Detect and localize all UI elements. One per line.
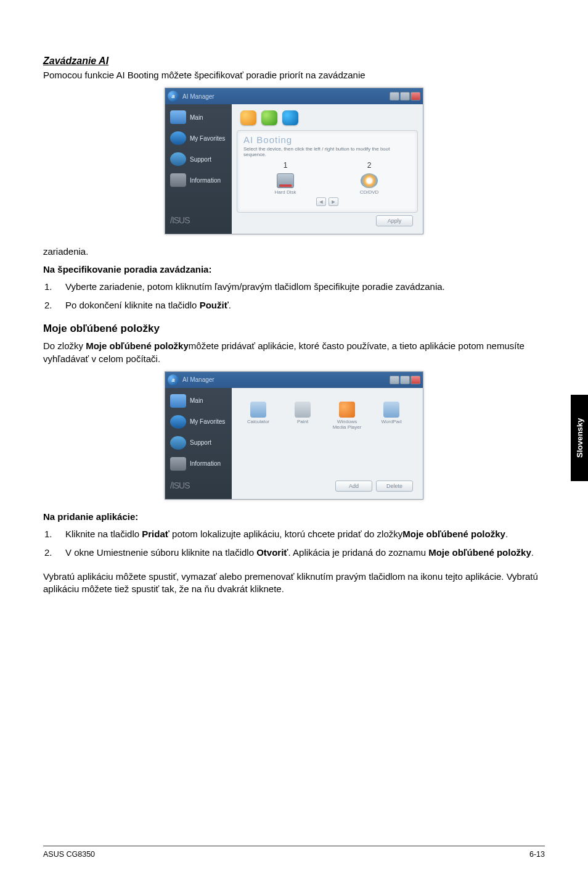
sidebar-item-information[interactable]: Information <box>165 171 232 189</box>
window-title: AI Manager <box>182 376 214 383</box>
titlebar: a AI Manager <box>165 88 423 104</box>
text-fragment: . <box>505 529 508 539</box>
text-fragment: . Aplikácia je pridaná do zoznamu <box>288 547 429 558</box>
text-fragment-bold: Otvoriť <box>256 547 288 558</box>
language-side-tab: Slovensky <box>571 395 588 481</box>
cd-dvd-icon <box>361 173 378 188</box>
text-fragment-bold: Moje obľúbené položky <box>428 547 531 558</box>
sidebar-item-label: Support <box>190 156 211 163</box>
ai-manager-window-booting: a AI Manager Main My Fav <box>165 88 423 234</box>
maximize-icon[interactable] <box>400 92 410 101</box>
tool-icon-3[interactable] <box>282 110 298 125</box>
wordpad-icon <box>383 402 399 418</box>
boot-device-1[interactable]: 1 Hard Disk <box>243 161 327 195</box>
favorites-sub-bold: Na pridanie aplikácie: <box>43 511 545 523</box>
tool-icon-1[interactable] <box>240 110 256 125</box>
information-icon <box>170 457 186 471</box>
paint-icon <box>295 402 311 418</box>
sidebar: Main My Favorites Support Information <box>165 388 232 499</box>
list-item: 2. Po dokončení kliknite na tlačidlo Pou… <box>44 299 545 311</box>
boot-device-2[interactable]: 2 CD/DVD <box>327 161 411 195</box>
favorite-app-calculator[interactable]: Calculator <box>243 402 274 424</box>
sidebar-item-support[interactable]: Support <box>165 434 232 452</box>
step-number: 1. <box>44 281 65 293</box>
move-right-button[interactable]: ► <box>329 197 338 206</box>
text-fragment-bold: Moje obľúbené položky <box>86 340 189 351</box>
text-fragment: Do zložky <box>43 340 86 351</box>
support-icon <box>170 152 186 166</box>
add-button[interactable]: Add <box>335 481 372 492</box>
text-fragment: . <box>229 300 231 310</box>
priority-number: 2 <box>327 161 411 170</box>
subpanel-title: AI Booting <box>243 134 411 145</box>
app-label: Windows Media Player <box>333 419 362 430</box>
list-item: 2. V okne Umiestnenie súboru kliknite na… <box>44 547 545 559</box>
ai-manager-window-favorites: a AI Manager Main My Fav <box>165 371 423 500</box>
sidebar-item-favorites[interactable]: My Favorites <box>165 413 232 431</box>
booting-steps: 1. Vyberte zariadenie, potom kliknutím ľ… <box>43 281 545 312</box>
app-label: Calculator <box>247 419 269 424</box>
move-left-button[interactable]: ◄ <box>316 197 326 206</box>
delete-button[interactable]: Delete <box>376 481 413 492</box>
apply-button[interactable]: Apply <box>376 215 413 226</box>
list-item: 1. Vyberte zariadenie, potom kliknutím ľ… <box>44 281 545 293</box>
text-fragment: Po dokončení kliknite na tlačidlo <box>65 300 200 310</box>
maximize-icon[interactable] <box>400 376 410 384</box>
brand-logo: /ISUS <box>165 476 232 495</box>
favorites-icon <box>170 131 186 145</box>
page-footer: ASUS CG8350 6-13 <box>43 846 545 859</box>
booting-subpanel: AI Booting Select the device, then click… <box>237 130 418 213</box>
favorite-app-wordpad[interactable]: WordPad <box>376 402 407 424</box>
sidebar-item-label: Information <box>190 177 221 184</box>
media-player-icon <box>339 402 355 418</box>
sidebar-item-main[interactable]: Main <box>165 392 232 410</box>
text-fragment: Kliknite na tlačidlo <box>65 529 142 539</box>
titlebar: a AI Manager <box>165 372 423 388</box>
step-text: V okne Umiestnenie súboru kliknite na tl… <box>65 547 534 559</box>
main-pane: Calculator Paint Windows Media Player <box>232 388 423 499</box>
window-title: AI Manager <box>182 93 214 100</box>
subpanel-desc: Select the device, then click the left /… <box>243 146 411 157</box>
favorites-icon <box>170 415 186 429</box>
sidebar-item-label: Main <box>190 114 203 121</box>
support-icon <box>170 436 186 450</box>
information-icon <box>170 173 186 187</box>
text-fragment: . <box>531 547 534 558</box>
app-logo-icon: a <box>168 91 179 102</box>
minimize-icon[interactable] <box>390 376 399 384</box>
sidebar-item-main[interactable]: Main <box>165 108 232 126</box>
sidebar-item-favorites[interactable]: My Favorites <box>165 129 232 147</box>
section-title-favorites: Moje obľúbené položky <box>43 323 545 335</box>
close-icon[interactable] <box>410 376 420 384</box>
favorites-steps: 1. Kliknite na tlačidlo Pridať potom lok… <box>43 528 545 559</box>
sidebar: Main My Favorites Support Information <box>165 104 232 234</box>
tool-icon-2[interactable] <box>261 110 277 125</box>
sidebar-item-information[interactable]: Information <box>165 455 232 473</box>
step-number: 2. <box>44 547 65 559</box>
sidebar-item-label: My Favorites <box>190 418 225 425</box>
favorite-app-wmp[interactable]: Windows Media Player <box>332 402 362 430</box>
step-text: Po dokončení kliknite na tlačidlo Použiť… <box>65 299 231 311</box>
sidebar-item-label: Information <box>190 460 221 467</box>
calculator-icon <box>250 402 266 418</box>
list-item: 1. Kliknite na tlačidlo Pridať potom lok… <box>44 528 545 540</box>
sidebar-item-support[interactable]: Support <box>165 150 232 168</box>
footer-right: 6-13 <box>529 850 545 859</box>
device-caption: Hard Disk <box>243 189 327 195</box>
sidebar-item-label: My Favorites <box>190 135 225 142</box>
close-icon[interactable] <box>410 92 420 101</box>
favorite-app-paint[interactable]: Paint <box>287 402 318 424</box>
main-icon <box>170 110 186 124</box>
main-pane: AI Booting Select the device, then click… <box>232 104 423 234</box>
app-label: Paint <box>297 419 308 424</box>
section-title-booting: Zavádzanie AI <box>43 56 545 67</box>
booting-intro: Pomocou funkcie AI Booting môžete špecif… <box>43 69 545 81</box>
text-fragment-bold: Pridať <box>142 529 169 539</box>
favorites-grid: Calculator Paint Windows Media Player <box>237 393 418 435</box>
minimize-icon[interactable] <box>390 92 399 101</box>
text-fragment-bold: Moje obľúbené položky <box>402 529 505 539</box>
app-label: WordPad <box>381 419 401 424</box>
sidebar-item-label: Main <box>190 397 203 404</box>
booting-after-img: zariadenia. <box>43 245 545 258</box>
priority-number: 1 <box>243 161 327 170</box>
